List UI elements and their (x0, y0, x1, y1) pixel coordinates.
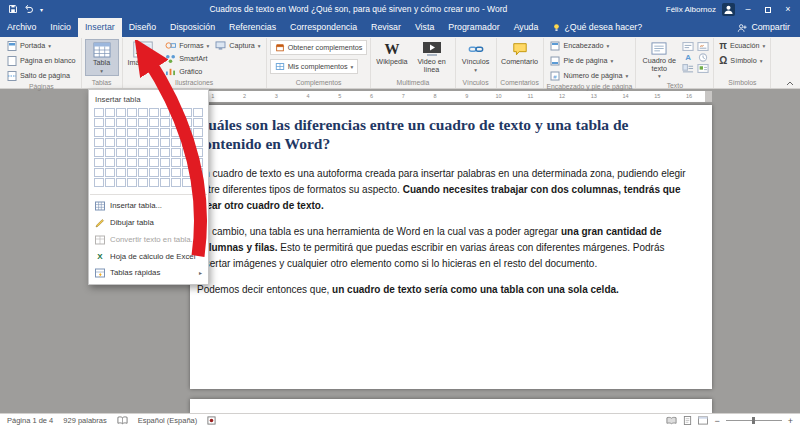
table-grid-cell[interactable] (138, 108, 148, 117)
close-button[interactable]: × (781, 0, 795, 18)
table-grid-cell[interactable] (171, 108, 181, 117)
zoom-slider[interactable] (726, 420, 782, 421)
tab-revisar[interactable]: Revisar (364, 18, 408, 37)
table-grid-cell[interactable] (105, 138, 115, 147)
get-addins-button[interactable]: Obtener complementos (270, 40, 368, 55)
table-grid-cell[interactable] (160, 168, 170, 177)
menu-item-insert-table[interactable]: Insertar tabla... (89, 197, 208, 214)
table-grid-cell[interactable] (160, 158, 170, 167)
table-grid-cell[interactable] (94, 168, 104, 177)
links-button[interactable]: Vínculos ▾ (459, 39, 493, 74)
table-grid-cell[interactable] (160, 108, 170, 117)
blank-page-button[interactable]: Página en blanco (5, 54, 78, 67)
undo-icon[interactable] (24, 4, 34, 14)
table-grid-cell[interactable] (182, 138, 192, 147)
table-grid-cell[interactable] (193, 168, 203, 177)
table-grid-cell[interactable] (182, 118, 192, 127)
table-button[interactable]: Tabla ▾ (85, 39, 119, 76)
table-grid-cell[interactable] (160, 138, 170, 147)
tab-correspondencia[interactable]: Correspondencia (283, 18, 364, 37)
table-grid-cell[interactable] (171, 118, 181, 127)
table-grid-cell[interactable] (182, 158, 192, 167)
table-grid-cell[interactable] (149, 178, 159, 187)
table-grid-cell[interactable] (94, 108, 104, 117)
macro-record-icon[interactable] (207, 416, 216, 425)
tab-inicio[interactable]: Inicio (43, 18, 78, 37)
tab-insertar[interactable]: Insertar (78, 18, 122, 37)
table-grid-cell[interactable] (116, 108, 126, 117)
table-grid-cell[interactable] (160, 128, 170, 137)
table-grid-cell[interactable] (94, 128, 104, 137)
table-grid-cell[interactable] (105, 108, 115, 117)
images-button[interactable]: Imágenes (126, 39, 162, 67)
tab-programador[interactable]: Programador (441, 18, 506, 37)
table-grid-cell[interactable] (138, 128, 148, 137)
web-layout-icon[interactable] (698, 416, 708, 425)
table-grid-cell[interactable] (138, 178, 148, 187)
table-grid-cell[interactable] (160, 118, 170, 127)
footer-button[interactable]: Pie de página ▾ (548, 54, 615, 67)
screenshot-button[interactable]: Captura ▾ (213, 39, 262, 52)
table-grid-cell[interactable] (127, 128, 137, 137)
table-grid-cell[interactable] (127, 148, 137, 157)
table-grid-cell[interactable] (171, 158, 181, 167)
table-grid-cell[interactable] (193, 108, 203, 117)
menu-item-excel-spreadsheet[interactable]: X Hoja de cálculo de Excel (89, 248, 208, 264)
table-grid-cell[interactable] (149, 128, 159, 137)
header-button[interactable]: Encabezado ▾ (548, 39, 611, 52)
table-grid-cell[interactable] (193, 158, 203, 167)
wikipedia-button[interactable]: W Wikipedia (374, 39, 409, 66)
tab-archivo[interactable]: Archivo (0, 18, 43, 37)
zoom-slider-thumb[interactable] (752, 417, 755, 424)
table-grid-cell[interactable] (94, 138, 104, 147)
table-grid-cell[interactable] (149, 148, 159, 157)
table-grid-cell[interactable] (127, 138, 137, 147)
page-break-button[interactable]: Salto de página (5, 69, 72, 82)
save-button[interactable] (8, 4, 18, 14)
table-grid-cell[interactable] (116, 118, 126, 127)
table-grid-cell[interactable] (160, 148, 170, 157)
proofing-book-icon[interactable] (117, 416, 128, 425)
table-grid-cell[interactable] (105, 128, 115, 137)
print-layout-icon[interactable] (683, 416, 692, 425)
table-grid-cell[interactable] (116, 148, 126, 157)
table-grid-cell[interactable] (138, 168, 148, 177)
smartart-button[interactable]: SmartArt (163, 52, 209, 65)
table-grid-cell[interactable] (116, 128, 126, 137)
cover-page-button[interactable]: Portada ▾ (5, 39, 53, 52)
tab-ayuda[interactable]: Ayuda (507, 18, 546, 37)
table-grid-cell[interactable] (105, 118, 115, 127)
maximize-button[interactable] (761, 0, 775, 18)
table-grid-cell[interactable] (105, 168, 115, 177)
table-grid-cell[interactable] (193, 138, 203, 147)
language-status[interactable]: Español (España) (138, 416, 198, 425)
table-grid-cell[interactable] (149, 118, 159, 127)
table-grid-cell[interactable] (127, 178, 137, 187)
table-grid-cell[interactable] (193, 148, 203, 157)
table-grid-cell[interactable] (149, 138, 159, 147)
zoom-out-button[interactable]: − (714, 416, 719, 426)
table-grid-cell[interactable] (127, 118, 137, 127)
table-grid-cell[interactable] (182, 148, 192, 157)
quick-parts-icon[interactable] (681, 41, 694, 51)
table-grid-cell[interactable] (94, 148, 104, 157)
table-grid-cell[interactable] (171, 178, 181, 187)
my-addins-button[interactable]: Mis complementos ▾ (270, 59, 359, 74)
account-name[interactable]: Félix Albornoz (666, 5, 716, 14)
table-grid-cell[interactable] (116, 168, 126, 177)
table-grid-cell[interactable] (171, 128, 181, 137)
signature-line-icon[interactable] (696, 41, 709, 51)
share-button[interactable]: Compartir (727, 18, 800, 37)
tab-disposicion[interactable]: Disposición (163, 18, 222, 37)
table-grid-cell[interactable] (149, 108, 159, 117)
table-grid-cell[interactable] (105, 148, 115, 157)
table-grid-cell[interactable] (105, 158, 115, 167)
horizontal-ruler[interactable]: 12345678910111213141516 (190, 91, 712, 102)
drop-cap-icon[interactable] (681, 63, 694, 73)
table-grid-cell[interactable] (94, 178, 104, 187)
table-grid-cell[interactable] (193, 178, 203, 187)
shapes-button[interactable]: Formas ▾ (163, 39, 211, 52)
menu-item-draw-table[interactable]: Dibujar tabla (89, 214, 208, 231)
menu-item-quick-tables[interactable]: Tablas rápidas ▸ (89, 264, 208, 281)
wordart-icon[interactable]: A (681, 52, 694, 62)
